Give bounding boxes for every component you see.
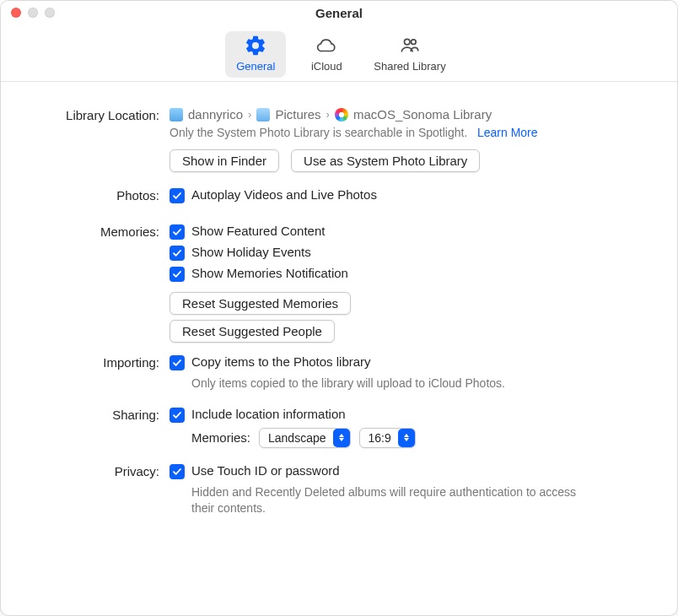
toolbar: General iCloud Shared Library bbox=[1, 24, 677, 81]
svg-point-1 bbox=[412, 40, 417, 45]
featured-content-label: Show Featured Content bbox=[191, 224, 325, 238]
importing-hint: Only items copied to the library will up… bbox=[191, 376, 643, 392]
library-location-label: Library Location: bbox=[35, 107, 170, 172]
show-in-finder-button[interactable]: Show in Finder bbox=[170, 149, 279, 172]
include-location-checkbox[interactable] bbox=[170, 408, 185, 423]
autoplay-label: Autoplay Videos and Live Photos bbox=[191, 187, 377, 202]
content: Library Location: dannyrico › Pictures ›… bbox=[1, 82, 677, 547]
copy-to-library-checkbox[interactable] bbox=[170, 355, 185, 370]
memories-notification-checkbox[interactable] bbox=[170, 267, 185, 282]
memories-label: Memories: bbox=[35, 224, 170, 343]
touch-id-checkbox[interactable] bbox=[170, 464, 185, 479]
folder-icon bbox=[256, 108, 270, 122]
sharing-memories-label: Memories: bbox=[191, 430, 250, 445]
tab-shared-library[interactable]: Shared Library bbox=[367, 31, 452, 78]
importing-label: Importing: bbox=[35, 354, 170, 392]
reset-suggested-people-button[interactable]: Reset Suggested People bbox=[170, 320, 335, 343]
tab-shared-label: Shared Library bbox=[374, 60, 445, 73]
settings-window: General General iCloud Shared Library bbox=[0, 0, 678, 616]
library-hint: Only the System Photo Library is searcha… bbox=[170, 126, 467, 139]
reset-suggested-memories-button[interactable]: Reset Suggested Memories bbox=[170, 292, 351, 315]
photos-label: Photos: bbox=[35, 187, 170, 208]
holiday-events-checkbox[interactable] bbox=[170, 246, 185, 261]
breadcrumb-seg: macOS_Sonoma Library bbox=[353, 107, 492, 122]
chevron-right-icon: › bbox=[326, 108, 330, 121]
stepper-icon bbox=[333, 429, 350, 447]
tab-general[interactable]: General bbox=[225, 31, 286, 78]
chevron-right-icon: › bbox=[248, 108, 251, 121]
svg-point-0 bbox=[405, 39, 411, 45]
include-location-label: Include location information bbox=[191, 407, 346, 421]
photos-library-icon bbox=[335, 108, 348, 122]
holiday-events-label: Show Holiday Events bbox=[191, 245, 311, 259]
breadcrumb-seg: dannyrico bbox=[188, 107, 243, 122]
orientation-value: Landscape bbox=[268, 431, 333, 445]
tab-icloud[interactable]: iCloud bbox=[296, 31, 357, 78]
privacy-label: Privacy: bbox=[35, 463, 170, 516]
window-title: General bbox=[1, 6, 677, 20]
touch-id-label: Use Touch ID or password bbox=[191, 463, 340, 478]
titlebar: General bbox=[1, 1, 677, 24]
autoplay-checkbox[interactable] bbox=[170, 188, 185, 203]
library-path-breadcrumb[interactable]: dannyrico › Pictures › macOS_Sonoma Libr… bbox=[170, 107, 643, 122]
people-icon bbox=[397, 35, 422, 57]
sharing-label: Sharing: bbox=[35, 407, 170, 448]
cloud-icon bbox=[314, 35, 339, 57]
home-folder-icon bbox=[170, 108, 183, 122]
memories-notification-label: Show Memories Notification bbox=[191, 266, 348, 280]
breadcrumb-seg: Pictures bbox=[275, 107, 320, 122]
featured-content-checkbox[interactable] bbox=[170, 224, 185, 240]
gear-icon bbox=[243, 35, 268, 57]
privacy-hint: Hidden and Recently Deleted albums will … bbox=[191, 484, 596, 516]
stepper-icon bbox=[398, 429, 415, 447]
aspect-value: 16:9 bbox=[369, 431, 398, 445]
tab-icloud-label: iCloud bbox=[311, 60, 342, 73]
aspect-ratio-select[interactable]: 16:9 bbox=[359, 428, 416, 448]
learn-more-link[interactable]: Learn More bbox=[477, 126, 538, 139]
orientation-select[interactable]: Landscape bbox=[259, 428, 351, 448]
copy-to-library-label: Copy items to the Photos library bbox=[191, 354, 371, 369]
use-as-system-library-button[interactable]: Use as System Photo Library bbox=[291, 149, 480, 172]
tab-general-label: General bbox=[236, 60, 275, 73]
